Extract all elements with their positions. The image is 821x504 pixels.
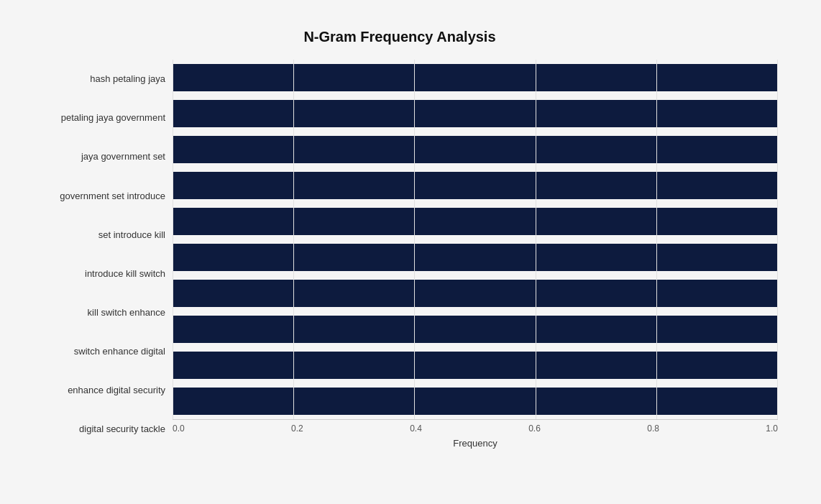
y-axis-labels: hash petaling jayapetaling jaya governme…	[22, 60, 173, 449]
y-label-2: jaya government set	[81, 137, 165, 176]
y-label-0: hash petaling jaya	[90, 60, 165, 98]
bars-and-xaxis: 0.00.20.40.60.81.0 Frequency	[173, 60, 778, 449]
y-label-8: enhance digital security	[68, 371, 165, 410]
x-axis-title: Frequency	[173, 438, 778, 449]
x-axis-ticks: 0.00.20.40.60.81.0	[173, 423, 778, 434]
bar-row-2	[173, 132, 778, 168]
bar-4	[173, 208, 778, 235]
chart-area: hash petaling jayapetaling jaya governme…	[22, 60, 778, 449]
bar-row-9	[173, 383, 778, 419]
bar-7	[173, 316, 778, 343]
bar-8	[173, 352, 778, 379]
y-label-6: kill switch enhance	[88, 293, 165, 332]
y-label-5: introduce kill switch	[85, 254, 165, 293]
y-label-7: switch enhance digital	[74, 332, 165, 371]
chart-title: N-Gram Frequency Analysis	[22, 29, 778, 45]
y-label-1: petaling jaya government	[61, 98, 165, 137]
y-label-3: government set introduce	[60, 176, 165, 215]
bar-row-5	[173, 239, 778, 275]
bar-row-7	[173, 311, 778, 347]
x-tick-4: 0.8	[647, 423, 659, 434]
x-tick-0: 0.0	[173, 423, 185, 434]
bar-5	[173, 244, 778, 271]
y-label-9: digital security tackle	[79, 410, 165, 449]
x-tick-1: 0.2	[291, 423, 303, 434]
bar-1	[173, 100, 778, 127]
x-tick-5: 1.0	[766, 423, 778, 434]
bar-row-0	[173, 60, 778, 96]
bars-area	[173, 60, 778, 419]
bar-2	[173, 136, 778, 163]
bar-row-1	[173, 96, 778, 132]
bar-6	[173, 280, 778, 307]
x-tick-2: 0.4	[410, 423, 422, 434]
bar-3	[173, 172, 778, 199]
bar-9	[173, 388, 778, 415]
x-axis-area: 0.00.20.40.60.81.0 Frequency	[173, 419, 778, 449]
bar-row-6	[173, 275, 778, 311]
chart-container: N-Gram Frequency Analysis hash petaling …	[14, 14, 807, 504]
y-label-4: set introduce kill	[98, 215, 165, 254]
bar-row-3	[173, 168, 778, 203]
bar-row-8	[173, 347, 778, 383]
x-tick-3: 0.6	[528, 423, 541, 434]
bar-0	[173, 64, 778, 91]
bar-row-4	[173, 203, 778, 239]
